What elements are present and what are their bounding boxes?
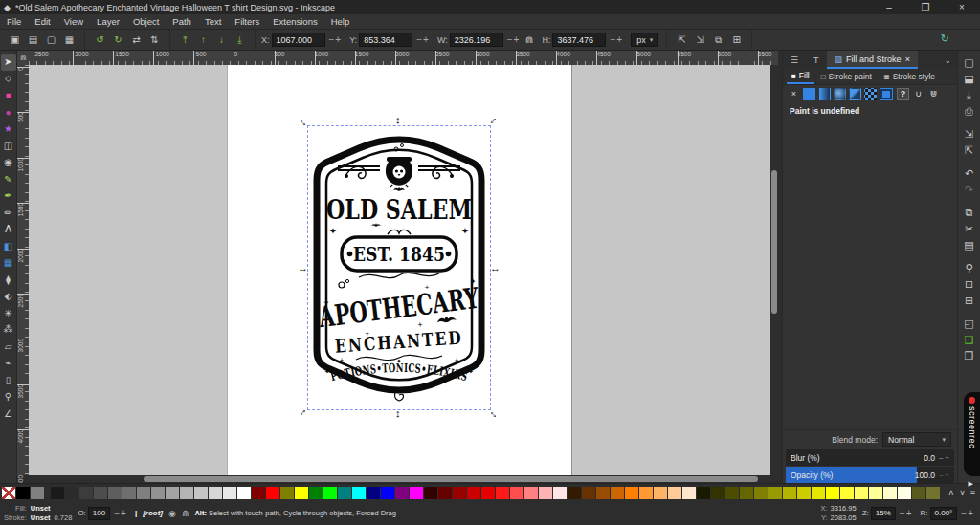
ungroup-objects-button[interactable]: ❒ [961,348,978,364]
swatch-4d4d00[interactable] [725,487,739,499]
swatch-73732d[interactable] [926,487,940,499]
palette-menu-icon[interactable]: ≡ [970,488,975,497]
swatch-008000[interactable] [309,487,323,499]
scale-rounded-corners-icon[interactable]: ⇲ [693,33,707,47]
swatch-ffff33[interactable] [840,487,854,499]
close-tab-icon[interactable]: × [905,55,910,64]
blur-stepper[interactable]: −+ [939,453,954,463]
no-paint-button[interactable]: × [788,88,800,100]
swatch-ffffcc[interactable] [883,487,897,499]
horizontal-ruler[interactable]: -2500-2000-1500-1000-5000500100015002000… [29,51,778,65]
scale-handle-n[interactable]: ↔ [394,116,405,126]
text-tool[interactable]: A [1,221,16,238]
swatch-330000[interactable] [424,487,437,499]
paint-bucket-tool[interactable]: ⬖ [1,288,16,305]
swatch-ffffe6[interactable] [898,487,911,499]
rotation-stepper[interactable]: −+ [959,508,976,518]
pattern-button[interactable] [864,88,877,100]
swatch-6f6f6f[interactable] [122,487,136,499]
swatch-none[interactable] [2,487,15,499]
swatch-808000[interactable] [754,487,768,499]
height-input[interactable]: 3637.476 [552,33,606,47]
canvas[interactable]: OLD SALEM ✦ ✦ EST. 1845 ✦ ✦ + APOTHECARY… [29,65,770,475]
swatch-e60000[interactable] [481,487,495,499]
h-stepper[interactable]: −+ [608,34,625,45]
ruler-lock-icon[interactable]: ⋒ [17,51,29,65]
zoom-drawing-button[interactable]: ⊡ [961,276,978,293]
menu-text[interactable]: Text [198,16,228,27]
undo-button[interactable]: ↶ [961,165,978,182]
swatch-ffff66[interactable] [855,487,868,499]
flip-vertical-icon[interactable]: ⇅ [147,33,162,47]
swatch-d6d6d6[interactable] [209,487,222,499]
spiral-tool[interactable]: ◉ [1,154,16,171]
redo-button[interactable]: ↷ [961,182,978,198]
radial-gradient-button[interactable] [834,88,846,100]
lock-ratio-icon[interactable]: ⋒ [522,33,536,47]
zoom-input[interactable]: 15% [871,507,896,520]
swatch-3c3c3c[interactable] [79,487,93,499]
palette-scroll-up-icon[interactable]: ∧ [948,488,955,497]
tab-fill-and-stroke[interactable]: ▨ Fill and Stroke × [827,51,918,69]
swatch-333300[interactable] [711,487,724,499]
menu-extensions[interactable]: Extensions [266,16,323,27]
tab-objects[interactable]: ☰ [783,51,806,69]
swatch-00ffff[interactable] [352,487,366,499]
swatch-990000[interactable] [453,487,466,499]
flip-horizontal-icon[interactable]: ⇄ [129,33,144,47]
swatch-ff00ff[interactable] [410,487,423,499]
eraser-tool[interactable]: ▱ [1,339,16,356]
dock-menu-chevron-icon[interactable]: ⌄ [938,51,957,69]
bezier-tool[interactable]: ✒ [1,187,16,205]
swatch-1a1a1a[interactable] [51,487,64,499]
swatch-008080[interactable] [338,487,351,499]
swatch-808080[interactable] [137,487,150,499]
tweak-tool[interactable]: ✳ [1,305,16,322]
x-input[interactable]: 1067.000 [272,33,325,47]
swatch-cc0000[interactable] [467,487,480,499]
swatch-e6e600[interactable] [812,487,825,499]
swatch-994d00[interactable] [596,487,610,499]
duplicate-button[interactable]: ⧉ [961,205,978,221]
swatch-ff4d4d[interactable] [510,487,523,499]
paste-button[interactable]: ▤ [961,237,978,253]
swatch-1a1a00[interactable] [697,487,710,499]
swatch-4d4d4d[interactable] [94,487,107,499]
flat-color-button[interactable] [803,88,815,100]
spray-tool[interactable]: ⁂ [1,321,16,339]
swatch-cccc00[interactable] [797,487,811,499]
swatch-808080[interactable] [31,487,44,499]
menu-object[interactable]: Object [126,16,166,27]
move-gradients-icon[interactable]: ⧉ [711,33,725,47]
export-image-button[interactable]: ⇱ [961,142,978,159]
opacity-slider[interactable]: Opacity (%) 100.0 −+ [786,467,954,483]
object-opacity-stepper[interactable]: −+ [112,508,129,518]
zoom-selection-button[interactable]: ⚲ [961,260,978,276]
blur-slider[interactable]: Blur (%) 0.0 −+ [786,449,954,466]
mesh-gradient-button[interactable] [849,88,861,100]
swatch-919191[interactable] [151,487,165,499]
close-button[interactable]: × [944,2,980,12]
scale-handle-w[interactable]: ↔ [298,263,308,273]
menu-help[interactable]: Help [324,16,357,27]
ellipse-tool[interactable]: ● [1,104,16,121]
mesh-tool[interactable]: ▦ [1,254,16,272]
swatch-ffb366[interactable] [654,487,667,499]
pencil-tool[interactable]: ✎ [1,171,16,188]
swatch-button[interactable] [880,88,893,100]
swatch-ff9933[interactable] [639,487,653,499]
scale-handle-s[interactable]: ↔ [394,409,405,420]
current-layer-selector[interactable]: [root] [143,509,163,517]
swatch-800000[interactable] [252,487,265,499]
swatch-000000[interactable] [16,487,30,499]
swatch-5e5e5e[interactable] [108,487,122,499]
selection-box[interactable]: ↔↔↔↔↔↔↔↔ [307,125,491,410]
y-stepper[interactable]: −+ [414,34,432,45]
swatch-800080[interactable] [395,487,409,499]
pages-tool[interactable]: ▯ [1,372,16,389]
fill-stroke-indicator[interactable]: Fill: Unset Stroke: Unset 0.728 [4,504,72,523]
swatch-ffffff[interactable] [237,487,251,499]
open-document-button[interactable]: ⬓ [961,71,978,87]
swatch-ffe6e6[interactable] [553,487,567,499]
cut-button[interactable]: ✂ [961,221,978,237]
